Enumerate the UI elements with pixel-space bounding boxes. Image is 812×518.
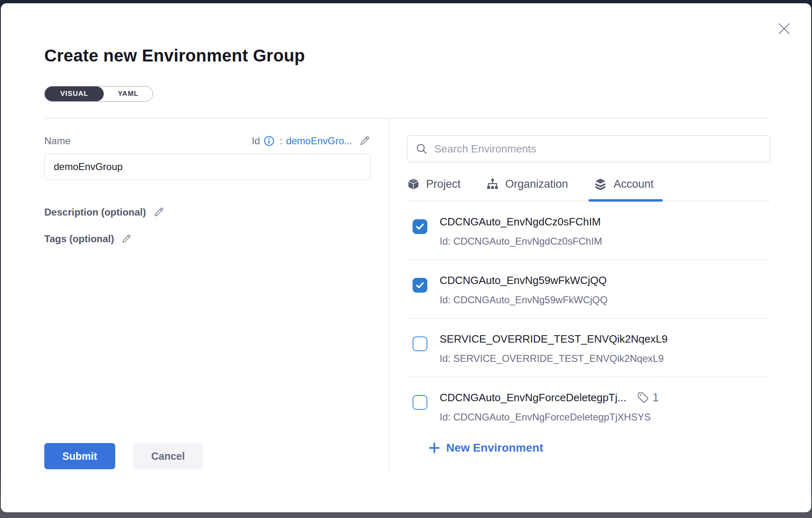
scope-tabs: Project Organization Account [407, 177, 770, 201]
environment-list: CDCNGAuto_EnvNgdCz0sFChIM Id: CDCNGAuto_… [407, 201, 770, 426]
id-label: Id [252, 135, 260, 147]
environment-text: SERVICE_OVERRIDE_TEST_ENVQik2NqexL9 Id: … [440, 332, 770, 364]
close-button[interactable] [774, 19, 794, 39]
new-environment-button[interactable]: New Environment [428, 441, 543, 454]
environment-checkbox[interactable] [413, 395, 427, 410]
cube-icon [407, 177, 420, 191]
environments-panel: Project Organization Account [389, 118, 770, 470]
tab-project-label: Project [426, 178, 461, 191]
edit-id-button[interactable] [358, 135, 371, 147]
entity-id-value[interactable]: demoEnvGro... [286, 135, 352, 147]
yaml-toggle-button[interactable]: YAML [104, 86, 153, 101]
environment-id: Id: CDCNGAuto_EnvNgForceDeletegpTjXHSYS [440, 411, 770, 423]
layers-icon [593, 177, 607, 191]
environment-text: CDCNGAuto_EnvNgForceDeletegpTj... 1 Id: … [440, 391, 770, 423]
checkmark-icon [415, 222, 425, 232]
description-label: Description (optional) [44, 207, 146, 218]
search-environments-box [407, 135, 770, 162]
form-column: Name Id : demoEnvGro... [44, 118, 389, 470]
new-environment-label: New Environment [446, 441, 543, 454]
environment-name: SERVICE_OVERRIDE_TEST_ENVQik2NqexL9 [440, 332, 668, 345]
name-id-row: Name Id : demoEnvGro... [44, 135, 371, 147]
close-icon [775, 20, 793, 38]
checkmark-icon [415, 280, 425, 290]
environment-text: CDCNGAuto_EnvNgdCz0sFChIM Id: CDCNGAuto_… [440, 215, 770, 247]
tab-project[interactable]: Project [407, 177, 462, 201]
environment-name: CDCNGAuto_EnvNg59wFkWCjQQ [440, 274, 607, 287]
environment-name: CDCNGAuto_EnvNgdCz0sFChIM [440, 215, 601, 228]
search-environments-input[interactable] [434, 143, 762, 155]
name-input[interactable] [44, 154, 371, 180]
description-row: Description (optional) [44, 206, 371, 218]
modal-title: Create new Environment Group [44, 46, 770, 66]
edit-description-button[interactable] [153, 206, 165, 218]
entity-id-row: Id : demoEnvGro... [252, 135, 371, 147]
visual-toggle-button[interactable]: VISUAL [45, 86, 104, 101]
id-separator: : [280, 135, 283, 147]
environment-checkbox[interactable] [413, 219, 427, 234]
edit-tags-button[interactable] [121, 233, 132, 245]
environment-list-item[interactable]: CDCNGAuto_EnvNgdCz0sFChIM Id: CDCNGAuto_… [407, 201, 770, 260]
cancel-button[interactable]: Cancel [133, 443, 203, 469]
name-label: Name [44, 135, 71, 147]
tags-label: Tags (optional) [44, 233, 114, 245]
submit-button[interactable]: Submit [44, 443, 115, 469]
info-icon[interactable] [264, 136, 274, 146]
plus-icon [428, 442, 440, 454]
tag-count: 1 [652, 391, 659, 404]
tag-icon [637, 391, 649, 404]
tags-row: Tags (optional) [44, 233, 371, 245]
environment-checkbox[interactable] [413, 336, 427, 351]
modal-body: Name Id : demoEnvGro... [44, 118, 770, 470]
action-buttons-row: Submit Cancel [44, 443, 371, 470]
visual-yaml-toggle: VISUAL YAML [44, 86, 153, 102]
search-icon [415, 143, 428, 155]
pencil-icon [153, 206, 165, 218]
tab-organization[interactable]: Organization [486, 177, 570, 201]
tag-badge: 1 [637, 391, 659, 404]
tab-account[interactable]: Account [593, 177, 655, 201]
pencil-icon [121, 233, 132, 245]
create-environment-group-modal: Create new Environment Group VISUAL YAML… [1, 3, 811, 512]
environment-checkbox[interactable] [413, 278, 427, 293]
environment-id: Id: SERVICE_OVERRIDE_TEST_ENVQik2NqexL9 [440, 353, 770, 364]
environment-name: CDCNGAuto_EnvNgForceDeletegpTj... [440, 391, 626, 404]
pencil-icon [358, 135, 371, 147]
environment-list-item[interactable]: CDCNGAuto_EnvNgForceDeletegpTj... 1 Id: … [407, 377, 770, 426]
tab-organization-label: Organization [505, 178, 568, 191]
tab-account-label: Account [614, 178, 654, 191]
org-chart-icon [486, 177, 499, 191]
environment-text: CDCNGAuto_EnvNg59wFkWCjQQ Id: CDCNGAuto_… [440, 274, 770, 306]
environment-list-item[interactable]: SERVICE_OVERRIDE_TEST_ENVQik2NqexL9 Id: … [407, 318, 770, 377]
environment-id: Id: CDCNGAuto_EnvNg59wFkWCjQQ [440, 294, 770, 306]
environment-list-item[interactable]: CDCNGAuto_EnvNg59wFkWCjQQ Id: CDCNGAuto_… [407, 260, 770, 318]
environment-id: Id: CDCNGAuto_EnvNgdCz0sFChIM [440, 236, 770, 247]
